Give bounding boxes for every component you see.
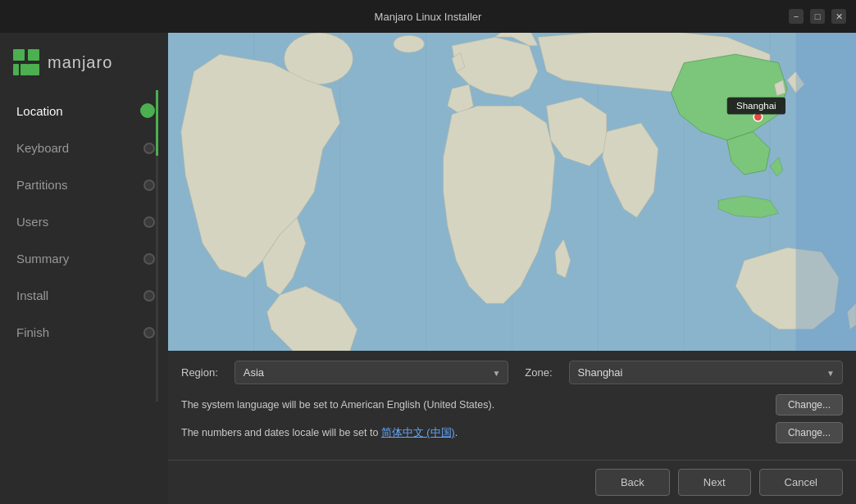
nav-label-location: Location <box>16 104 63 118</box>
world-map-svg: Shanghai <box>168 33 856 351</box>
nav-dot-summary <box>143 253 155 265</box>
nav-item-finish[interactable]: Finish <box>0 314 168 351</box>
main-container: manjaro Location Keyboard Partitions Use… <box>0 33 856 504</box>
nav-label-partitions: Partitions <box>16 178 68 192</box>
nav-item-keyboard[interactable]: Keyboard <box>0 129 168 166</box>
svg-point-14 <box>394 35 425 52</box>
logo-area: manjaro <box>0 41 168 92</box>
locale-info-row: The numbers and dates locale will be set… <box>181 422 843 443</box>
nav-item-summary[interactable]: Summary <box>0 240 168 277</box>
locale-value: 简体中文 (中国) <box>381 427 455 438</box>
nav-dot-finish <box>143 327 155 338</box>
nav-item-install[interactable]: Install <box>0 277 168 314</box>
close-button[interactable]: ✕ <box>831 9 846 24</box>
progress-active <box>156 90 158 156</box>
window-controls: − □ ✕ <box>789 9 846 24</box>
svg-rect-0 <box>13 49 25 61</box>
zone-label: Zone: <box>525 366 552 379</box>
locale-info-text: The numbers and dates locale will be set… <box>181 426 458 440</box>
nav-item-partitions[interactable]: Partitions <box>0 166 168 203</box>
svg-text:Shanghai: Shanghai <box>736 101 776 111</box>
nav-dot-partitions <box>143 179 155 191</box>
nav-label-users: Users <box>16 215 48 229</box>
region-zone-row: Region: Africa America Asia Atlantic Aus… <box>181 361 843 384</box>
language-info-text: The system language will be set to Ameri… <box>181 399 494 411</box>
nav-dot-keyboard <box>143 143 155 154</box>
zone-select[interactable]: Shanghai Tokyo Seoul Singapore Kolkata D… <box>569 361 843 384</box>
svg-rect-1 <box>28 49 39 61</box>
nav-dot-location <box>140 103 155 118</box>
nav-items: Location Keyboard Partitions Users Summa… <box>0 92 168 351</box>
svg-rect-4 <box>13 64 19 75</box>
nav-label-summary: Summary <box>16 252 69 266</box>
change-language-button[interactable]: Change... <box>776 394 843 415</box>
change-locale-button[interactable]: Change... <box>776 422 843 443</box>
manjaro-logo-icon <box>13 49 39 75</box>
logo-text: manjaro <box>48 53 112 72</box>
back-button[interactable]: Back <box>595 469 670 496</box>
title-bar: Manjaro Linux Installer − □ ✕ <box>0 0 856 33</box>
bottom-nav: Back Next Cancel <box>168 460 856 504</box>
next-button[interactable]: Next <box>678 469 751 496</box>
region-label: Region: <box>181 366 218 379</box>
controls-area: Region: Africa America Asia Atlantic Aus… <box>168 351 856 460</box>
svg-rect-2 <box>28 64 39 75</box>
nav-dot-install <box>143 290 155 302</box>
nav-item-location[interactable]: Location <box>0 92 168 129</box>
svg-rect-15 <box>796 33 856 351</box>
minimize-button[interactable]: − <box>789 9 804 24</box>
region-select[interactable]: Africa America Asia Atlantic Australia E… <box>234 361 508 384</box>
zone-select-wrapper: Shanghai Tokyo Seoul Singapore Kolkata D… <box>569 361 843 384</box>
map-container[interactable]: Shanghai <box>168 33 856 351</box>
window-title: Manjaro Linux Installer <box>375 11 482 23</box>
svg-rect-3 <box>20 64 28 75</box>
region-select-wrapper: Africa America Asia Atlantic Australia E… <box>234 361 508 384</box>
nav-label-keyboard: Keyboard <box>16 141 69 155</box>
nav-item-users[interactable]: Users <box>0 203 168 240</box>
sidebar: manjaro Location Keyboard Partitions Use… <box>0 33 168 504</box>
language-info-row: The system language will be set to Ameri… <box>181 394 843 415</box>
nav-label-install: Install <box>16 288 48 302</box>
cancel-button[interactable]: Cancel <box>759 469 843 496</box>
maximize-button[interactable]: □ <box>810 9 825 24</box>
map-background: Shanghai <box>168 33 856 351</box>
content-area: Shanghai Region: Africa America Asia Atl… <box>168 33 856 504</box>
nav-label-finish: Finish <box>16 325 49 339</box>
nav-dot-users <box>143 216 155 228</box>
